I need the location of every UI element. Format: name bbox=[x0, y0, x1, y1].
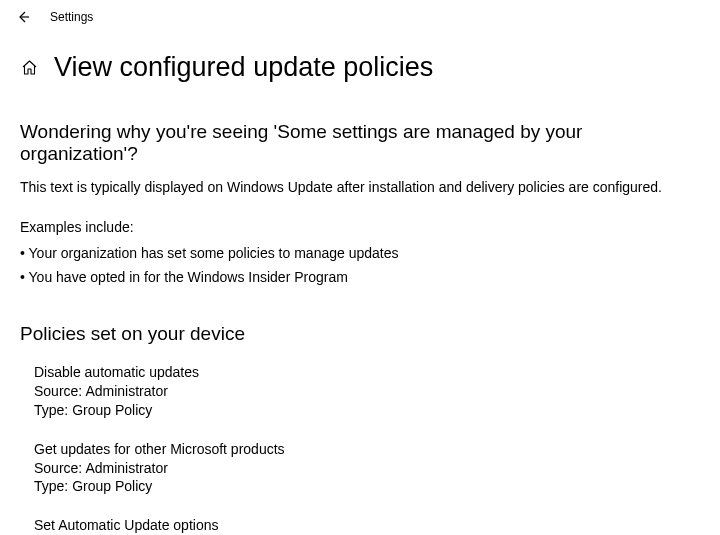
intro-description: This text is typically displayed on Wind… bbox=[20, 179, 700, 195]
header-title: Settings bbox=[50, 10, 93, 24]
policy-name: Get updates for other Microsoft products bbox=[34, 440, 700, 459]
policy-source: Source: Administrator bbox=[34, 382, 700, 401]
content-area: View configured update policies Wonderin… bbox=[0, 34, 720, 535]
page-title: View configured update policies bbox=[54, 52, 433, 83]
intro-heading: Wondering why you're seeing 'Some settin… bbox=[20, 121, 700, 165]
header-bar: Settings bbox=[0, 0, 720, 34]
policy-source: Source: Administrator bbox=[34, 459, 700, 478]
policy-type: Type: Group Policy bbox=[34, 477, 700, 496]
policy-name: Set Automatic Update options bbox=[34, 516, 700, 535]
page-title-row: View configured update policies bbox=[20, 52, 700, 83]
policy-block: Get updates for other Microsoft products… bbox=[34, 440, 700, 497]
example-text: Your organization has set some policies … bbox=[29, 245, 399, 261]
policies-heading: Policies set on your device bbox=[20, 323, 700, 345]
back-arrow-icon[interactable] bbox=[16, 10, 30, 24]
policy-block: Disable automatic updates Source: Admini… bbox=[34, 363, 700, 420]
example-text: You have opted in for the Windows Inside… bbox=[29, 269, 348, 285]
policy-block: Set Automatic Update options Source: Adm… bbox=[34, 516, 700, 535]
policy-type: Type: Group Policy bbox=[34, 401, 700, 420]
examples-label: Examples include: bbox=[20, 219, 700, 235]
home-icon[interactable] bbox=[20, 59, 38, 77]
policy-name: Disable automatic updates bbox=[34, 363, 700, 382]
example-item: • You have opted in for the Windows Insi… bbox=[20, 269, 700, 285]
example-item: • Your organization has set some policie… bbox=[20, 245, 700, 261]
